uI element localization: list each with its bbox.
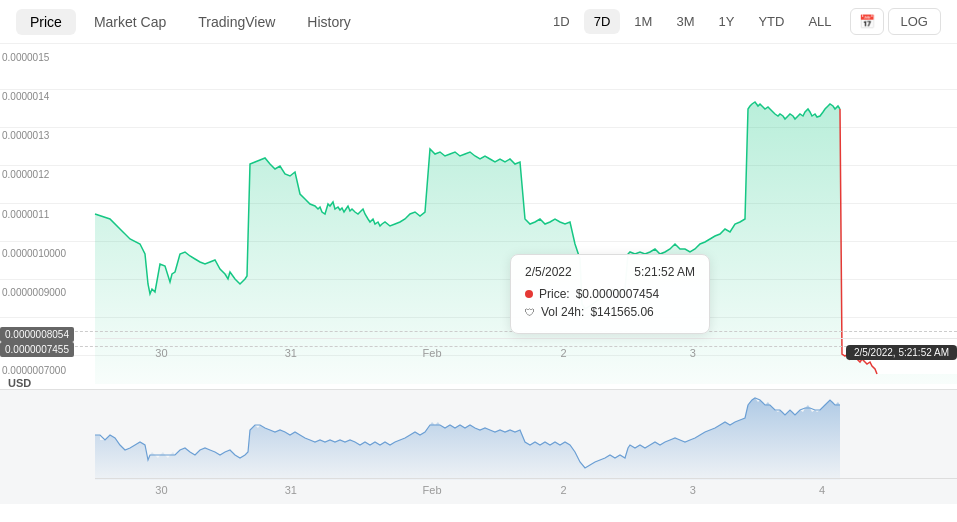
chart-tooltip: 2/5/2022 5:21:52 AM Price: $0.0000007454…	[510, 254, 710, 334]
mini-x-axis: 30 31 Feb 2 3 4	[95, 478, 957, 500]
tooltip-price-row: Price: $0.0000007454	[525, 287, 695, 301]
y-label-7: 0.0000007000	[2, 365, 89, 376]
y-label-10: 0.0000010000	[2, 248, 89, 259]
x-label-2: 2	[560, 347, 566, 359]
tooltip-date: 2/5/2022	[525, 265, 572, 279]
tooltip-vol-label: Vol 24h:	[541, 305, 584, 319]
y-label-12: 0.0000012	[2, 169, 89, 180]
btn-ytd[interactable]: YTD	[748, 9, 794, 34]
tab-price[interactable]: Price	[16, 9, 76, 35]
tooltip-vol-value: $141565.06	[590, 305, 653, 319]
mini-x-label-30: 30	[155, 484, 167, 496]
y-label-15: 0.0000015	[2, 52, 89, 63]
mini-x-label-3: 3	[690, 484, 696, 496]
app-container: Price Market Cap TradingView History 1D …	[0, 0, 957, 504]
price-label-2: 0.0000007455	[0, 342, 74, 357]
mini-chart-svg	[0, 390, 957, 480]
main-chart-svg	[0, 44, 957, 384]
tooltip-header: 2/5/2022 5:21:52 AM	[525, 265, 695, 279]
chart-area: 0.0000015 0.0000014 0.0000013 0.0000012 …	[0, 44, 957, 504]
shield-icon: 🛡	[525, 307, 535, 317]
header: Price Market Cap TradingView History 1D …	[0, 0, 957, 44]
x-label-highlighted: 2/5/2022, 5:21:52 AM	[846, 345, 957, 360]
mini-x-label-2: 2	[560, 484, 566, 496]
x-label-30: 30	[155, 347, 167, 359]
tooltip-time: 5:21:52 AM	[634, 265, 695, 279]
tooltip-price-value: $0.0000007454	[576, 287, 659, 301]
y-label-14: 0.0000014	[2, 91, 89, 102]
x-label-31: 31	[285, 347, 297, 359]
btn-all[interactable]: ALL	[798, 9, 841, 34]
y-label-11: 0.0000011	[2, 209, 89, 220]
price-dot-icon	[525, 290, 533, 298]
btn-3m[interactable]: 3M	[666, 9, 704, 34]
tooltip-price-label: Price:	[539, 287, 570, 301]
mini-x-label-31: 31	[285, 484, 297, 496]
btn-1m[interactable]: 1M	[624, 9, 662, 34]
log-button[interactable]: LOG	[888, 8, 941, 35]
y-label-13: 0.0000013	[2, 130, 89, 141]
btn-7d[interactable]: 7D	[584, 9, 621, 34]
price-label-1: 0.0000008054	[0, 327, 74, 342]
tab-bar: Price Market Cap TradingView History	[16, 9, 365, 35]
x-axis: 30 31 Feb 2 3 2/5/2022, 5:21:52 AM	[95, 338, 957, 366]
y-label-9: 0.0000009000	[2, 287, 89, 298]
calendar-button[interactable]: 📅	[850, 8, 884, 35]
x-label-feb: Feb	[423, 347, 442, 359]
mini-x-label-feb: Feb	[423, 484, 442, 496]
tab-trading-view[interactable]: TradingView	[184, 9, 289, 35]
tooltip-vol-row: 🛡 Vol 24h: $141565.06	[525, 305, 695, 319]
tab-market-cap[interactable]: Market Cap	[80, 9, 180, 35]
btn-1y[interactable]: 1Y	[708, 9, 744, 34]
mini-x-label-4: 4	[819, 484, 825, 496]
btn-1d[interactable]: 1D	[543, 9, 580, 34]
time-controls: 1D 7D 1M 3M 1Y YTD ALL 📅 LOG	[543, 8, 941, 35]
x-label-3: 3	[690, 347, 696, 359]
tab-history[interactable]: History	[293, 9, 365, 35]
dashed-line-1	[0, 331, 957, 332]
mini-chart-container: 30 31 Feb 2 3 4	[0, 389, 957, 504]
